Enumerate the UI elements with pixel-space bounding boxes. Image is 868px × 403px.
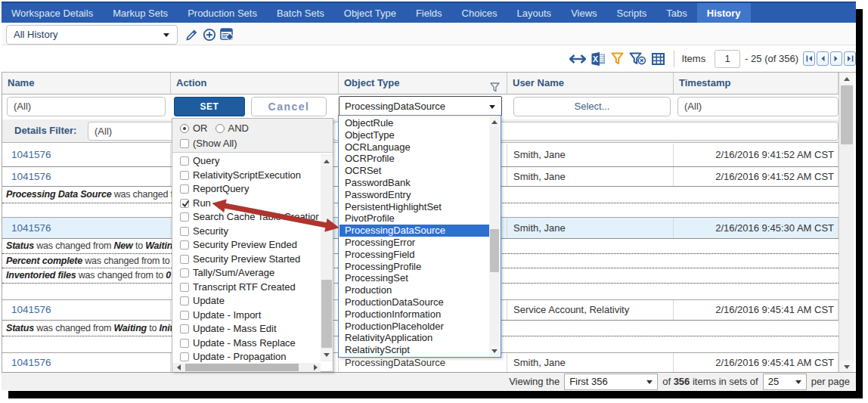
row-name-link[interactable]: 1041576 (2, 167, 171, 186)
object-type-option-persistenthighlightset[interactable]: PersistentHighlightSet (339, 201, 490, 213)
checkbox[interactable] (180, 240, 189, 250)
row-name-link[interactable]: 1041576 (2, 300, 171, 320)
object-type-option-processingdatasource[interactable]: ProcessingDataSource (339, 225, 490, 237)
user-name-filter-select[interactable]: Select... (513, 97, 671, 116)
export-excel-icon[interactable]: X (591, 52, 606, 66)
object-type-option-productiondatasource[interactable]: ProductionDataSource (339, 296, 490, 308)
dropdown-scrollbar[interactable] (489, 116, 500, 356)
edit-pencil-icon[interactable] (185, 28, 199, 45)
object-type-option-processingprofile[interactable]: ProcessingProfile (339, 261, 490, 273)
checkbox[interactable] (180, 283, 189, 292)
radio-and[interactable] (215, 124, 225, 133)
row-name-link[interactable]: 1041576 (2, 218, 171, 238)
checkbox[interactable] (180, 255, 189, 264)
object-type-option-objecttype[interactable]: ObjectType (339, 129, 490, 141)
action-option-update[interactable]: Update (180, 295, 225, 308)
action-option-update-propagation[interactable]: Update - Propagation (180, 351, 287, 363)
action-panel-horizontal-scrollbar[interactable] (172, 363, 321, 372)
view-selector[interactable]: All History (6, 25, 178, 45)
nav-tab-markup-sets[interactable]: Markup Sets (103, 3, 178, 23)
checkbox[interactable] (180, 268, 189, 277)
set-filter-button[interactable]: SET (174, 97, 245, 116)
row-name-link[interactable]: 1041576 (2, 144, 171, 166)
action-option-relativityscriptexecution[interactable]: RelativityScriptExecution (180, 169, 301, 183)
object-type-option-ocrlanguage[interactable]: OCRLanguage (339, 141, 490, 153)
action-option-tally-sum-average[interactable]: Tally/Sum/Average (180, 267, 274, 281)
action-option-transcript-rtf-created[interactable]: Transcript RTF Created (180, 281, 296, 295)
scrollbar-thumb[interactable] (185, 364, 299, 371)
nav-tab-choices[interactable]: Choices (452, 3, 507, 23)
show-all-checkbox[interactable] (180, 139, 189, 148)
column-header-object-type[interactable]: Object Type (339, 73, 507, 94)
last-page-button[interactable] (844, 51, 856, 66)
object-type-option-relativityscript[interactable]: RelativityScript (339, 344, 490, 356)
scrollbar-thumb[interactable] (841, 85, 853, 144)
object-type-option-objectrule[interactable]: ObjectRule (339, 117, 490, 129)
row-name-link[interactable]: 1041576 (2, 353, 171, 372)
column-header-name[interactable]: Name (2, 73, 171, 94)
checkbox[interactable] (180, 324, 189, 333)
checkbox[interactable] (180, 171, 189, 180)
checkbox[interactable] (180, 352, 189, 361)
column-header-user-name[interactable]: User Name (507, 73, 674, 94)
object-type-option-productionplaceholder[interactable]: ProductionPlaceholder (339, 321, 490, 333)
action-option-security-preview-started[interactable]: Security Preview Started (180, 253, 300, 267)
object-type-option-productioninformation[interactable]: ProductionInformation (339, 308, 490, 321)
scroll-right-button[interactable] (310, 363, 321, 372)
nav-tab-views[interactable]: Views (561, 3, 606, 23)
object-type-option-passwordbank[interactable]: PasswordBank (339, 177, 490, 189)
timestamp-filter-input[interactable]: (All) (677, 97, 839, 116)
column-header-timestamp[interactable]: Timestamp (674, 73, 839, 94)
action-option-update-mass-replace[interactable]: Update - Mass Replace (180, 337, 296, 351)
object-type-option-passwordentry[interactable]: PasswordEntry (339, 189, 490, 201)
checkbox[interactable] (180, 184, 189, 194)
checkbox[interactable] (180, 339, 189, 348)
action-option-update-mass-edit[interactable]: Update - Mass Edit (180, 323, 277, 336)
nav-tab-batch-sets[interactable]: Batch Sets (267, 3, 334, 23)
add-circle-icon[interactable] (203, 28, 216, 45)
scroll-up-button[interactable] (840, 73, 854, 85)
scroll-down-button[interactable] (489, 346, 500, 356)
checkbox[interactable] (180, 227, 189, 236)
object-type-option-processingset[interactable]: ProcessingSet (339, 272, 490, 284)
radio-or[interactable] (180, 124, 189, 133)
object-type-option-ocrprofile[interactable]: OCRProfile (339, 153, 490, 165)
page-number-input[interactable] (715, 50, 740, 68)
checkbox[interactable] (180, 311, 189, 320)
nav-tab-object-type[interactable]: Object Type (334, 3, 406, 23)
action-option-update-import[interactable]: Update - Import (180, 309, 261, 323)
scroll-up-button[interactable] (321, 156, 333, 166)
checkbox[interactable] (180, 157, 189, 166)
nav-tab-fields[interactable]: Fields (406, 3, 452, 23)
object-type-option-production[interactable]: Production (339, 284, 490, 296)
resize-columns-icon[interactable] (569, 54, 586, 64)
object-type-filter-select[interactable]: ProcessingDataSource (339, 96, 502, 116)
nav-tab-history[interactable]: History (697, 3, 751, 23)
cancel-filter-button[interactable]: Cancel (251, 97, 327, 116)
object-type-option-relativityapplication[interactable]: RelativityApplication (339, 332, 490, 344)
checkbox[interactable] (180, 212, 189, 222)
name-filter-input[interactable]: (All) (7, 97, 166, 116)
nav-tab-workspace-details[interactable]: Workspace Details (2, 3, 103, 23)
scroll-down-button[interactable] (840, 361, 854, 373)
grid-vertical-scrollbar[interactable] (839, 73, 854, 373)
nav-tab-production-sets[interactable]: Production Sets (178, 3, 267, 23)
object-type-option-processingerror[interactable]: ProcessingError (339, 237, 490, 249)
action-option-query[interactable]: Query (180, 155, 219, 169)
nav-tab-layouts[interactable]: Layouts (507, 3, 562, 23)
filter-icon[interactable] (611, 52, 624, 65)
checkbox-checked[interactable] (180, 199, 189, 208)
column-header-action[interactable]: Action (171, 73, 339, 94)
next-page-button[interactable] (830, 51, 842, 66)
nav-tab-tabs[interactable]: Tabs (656, 3, 696, 23)
result-set-select[interactable]: First 356 (564, 374, 658, 390)
nav-tab-scripts[interactable]: Scripts (607, 3, 657, 23)
object-type-option-pivotprofile[interactable]: PivotProfile (339, 212, 490, 225)
operator-and[interactable]: AND (215, 122, 249, 134)
action-option-security-preview-ended[interactable]: Security Preview Ended (180, 239, 297, 253)
scrollbar-thumb[interactable] (321, 280, 332, 348)
scrollbar-thumb[interactable] (490, 229, 499, 272)
action-panel-scrollbar[interactable] (321, 154, 333, 361)
clear-filter-icon[interactable] (629, 52, 646, 65)
edit-view-icon[interactable] (220, 28, 234, 45)
